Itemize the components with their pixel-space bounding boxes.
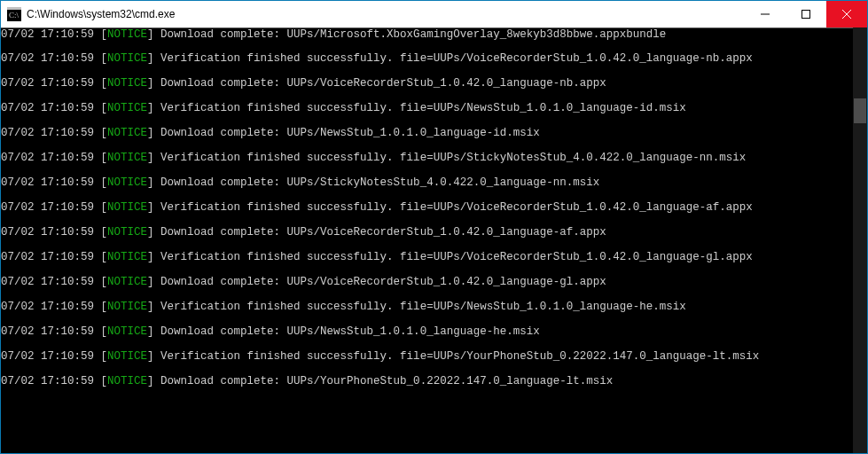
log-timestamp: 07/02 17:10:59 (1, 127, 94, 139)
log-level: NOTICE (107, 77, 147, 90)
bracket-close: ] (147, 176, 160, 189)
bracket-open: [ (94, 350, 107, 363)
log-timestamp: 07/02 17:10:59 (1, 152, 94, 164)
bracket-open: [ (94, 28, 107, 40)
log-level: NOTICE (107, 152, 147, 164)
log-message: Verification finished successfully. file… (160, 102, 686, 114)
bracket-close: ] (147, 226, 160, 239)
log-level: NOTICE (107, 325, 147, 338)
bracket-open: [ (94, 176, 107, 189)
bracket-close: ] (147, 251, 160, 263)
console-line (1, 387, 853, 400)
bracket-close: ] (147, 152, 160, 164)
bracket-open: [ (94, 127, 107, 139)
console-line (1, 214, 853, 226)
log-message: Verification finished successfully. file… (160, 152, 746, 164)
log-timestamp: 07/02 17:10:59 (1, 350, 94, 363)
window-controls (745, 1, 867, 27)
console-line: 07/02 17:10:59 [NOTICE] Download complet… (1, 77, 853, 90)
minimize-button[interactable] (745, 1, 786, 27)
log-level: NOTICE (107, 226, 147, 239)
log-level: NOTICE (107, 201, 147, 214)
log-message: Verification finished successfully. file… (160, 350, 759, 363)
maximize-button[interactable] (786, 1, 826, 27)
log-message: Verification finished successfully. file… (160, 201, 753, 214)
vertical-scrollbar[interactable] (853, 27, 867, 453)
bracket-close: ] (147, 28, 160, 40)
console-line: 07/02 17:10:59 [NOTICE] Verification fin… (1, 350, 853, 363)
console-output[interactable]: 07/02 17:10:59 [NOTICE] Download complet… (1, 27, 853, 453)
log-message: Verification finished successfully. file… (160, 52, 753, 65)
bracket-open: [ (94, 375, 107, 387)
log-level: NOTICE (107, 52, 147, 65)
log-level: NOTICE (107, 301, 147, 313)
console-line: 07/02 17:10:59 [NOTICE] Download complet… (1, 176, 853, 189)
bracket-open: [ (94, 301, 107, 313)
log-level: NOTICE (107, 375, 147, 387)
console-line (1, 114, 853, 127)
bracket-close: ] (147, 77, 160, 90)
bracket-open: [ (94, 77, 107, 90)
bracket-close: ] (147, 301, 160, 313)
console-line (1, 338, 853, 350)
log-timestamp: 07/02 17:10:59 (1, 28, 94, 40)
window-title: C:\Windows\system32\cmd.exe (27, 8, 745, 20)
log-timestamp: 07/02 17:10:59 (1, 201, 94, 214)
log-level: NOTICE (107, 176, 147, 189)
svg-rect-1 (7, 7, 21, 10)
log-timestamp: 07/02 17:10:59 (1, 251, 94, 263)
console-line: 07/02 17:10:59 [NOTICE] Download complet… (1, 27, 853, 40)
console-line: 07/02 17:10:59 [NOTICE] Verification fin… (1, 201, 853, 214)
log-message: Download complete: UUPs/Microsoft.XboxGa… (160, 28, 666, 40)
bracket-close: ] (147, 325, 160, 338)
console-line: 07/02 17:10:59 [NOTICE] Download complet… (1, 226, 853, 239)
log-message: Download complete: UUPs/NewsStub_1.0.1.0… (160, 127, 540, 139)
bracket-close: ] (147, 127, 160, 139)
console-line (1, 90, 853, 102)
log-message: Download complete: UUPs/VoiceRecorderStu… (160, 77, 606, 90)
bracket-close: ] (147, 375, 160, 387)
console-line: 07/02 17:10:59 [NOTICE] Verification fin… (1, 301, 853, 313)
console-line (1, 139, 853, 152)
console-line (1, 65, 853, 77)
bracket-close: ] (147, 52, 160, 65)
cmd-window: C:\ C:\Windows\system32\cmd.exe 07/02 17… (0, 0, 868, 454)
titlebar[interactable]: C:\ C:\Windows\system32\cmd.exe (1, 1, 867, 27)
log-timestamp: 07/02 17:10:59 (1, 77, 94, 90)
console-line (1, 313, 853, 325)
bracket-open: [ (94, 226, 107, 239)
bracket-open: [ (94, 325, 107, 338)
console-line (1, 164, 853, 176)
console-line: 07/02 17:10:59 [NOTICE] Verification fin… (1, 102, 853, 114)
log-level: NOTICE (107, 276, 147, 288)
log-timestamp: 07/02 17:10:59 (1, 102, 94, 114)
bracket-open: [ (94, 52, 107, 65)
console-area: 07/02 17:10:59 [NOTICE] Download complet… (1, 27, 867, 453)
bracket-close: ] (147, 350, 160, 363)
bracket-close: ] (147, 102, 160, 114)
scroll-thumb[interactable] (854, 98, 866, 123)
close-button[interactable] (826, 1, 867, 27)
console-line: 07/02 17:10:59 [NOTICE] Verification fin… (1, 251, 853, 263)
bracket-close: ] (147, 201, 160, 214)
console-line (1, 189, 853, 201)
log-timestamp: 07/02 17:10:59 (1, 375, 94, 387)
log-timestamp: 07/02 17:10:59 (1, 52, 94, 65)
log-timestamp: 07/02 17:10:59 (1, 301, 94, 313)
bracket-open: [ (94, 152, 107, 164)
console-line: 07/02 17:10:59 [NOTICE] Download complet… (1, 127, 853, 139)
console-line (1, 288, 853, 301)
log-message: Download complete: UUPs/NewsStub_1.0.1.0… (160, 325, 540, 338)
log-level: NOTICE (107, 28, 147, 40)
bracket-open: [ (94, 251, 107, 263)
log-message: Verification finished successfully. file… (160, 251, 753, 263)
log-timestamp: 07/02 17:10:59 (1, 276, 94, 288)
console-line (1, 40, 853, 52)
log-message: Download complete: UUPs/YourPhoneStub_0.… (160, 375, 613, 387)
log-timestamp: 07/02 17:10:59 (1, 226, 94, 239)
bracket-open: [ (94, 102, 107, 114)
log-message: Download complete: UUPs/VoiceRecorderStu… (160, 276, 606, 288)
console-line: 07/02 17:10:59 [NOTICE] Download complet… (1, 375, 853, 387)
bracket-open: [ (94, 201, 107, 214)
bracket-open: [ (94, 276, 107, 288)
